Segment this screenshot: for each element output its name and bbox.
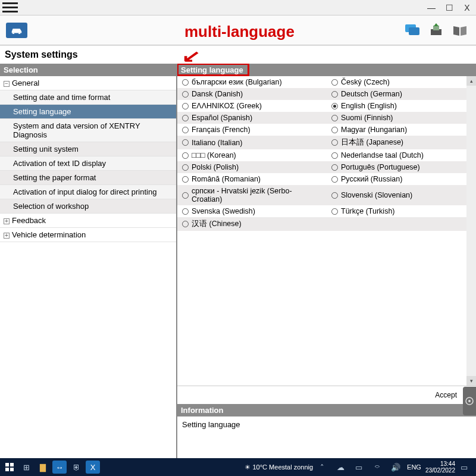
expander-icon[interactable]: +	[4, 233, 10, 239]
language-option[interactable]: Français (French)	[177, 124, 327, 136]
start-button[interactable]	[2, 461, 17, 474]
language-row: Svenska (Swedish)Türkçe (Turkish)	[177, 205, 476, 217]
radio-icon[interactable]	[331, 103, 338, 109]
info-body: Setting language	[177, 416, 476, 458]
tray-chevron-icon[interactable]: ˄	[315, 461, 329, 474]
scroll-up-icon[interactable]: ▴	[466, 76, 476, 86]
close-button[interactable]: X	[458, 3, 476, 12]
language-label: ΕΛΛΗΝΙΚΟΣ (Greek)	[192, 102, 262, 110]
language-option[interactable]: Русский (Russian)	[327, 173, 476, 185]
svg-rect-7	[10, 463, 14, 466]
tree-item-label: Feedback	[12, 216, 46, 225]
tray-volume-icon[interactable]: 🔊	[389, 461, 403, 474]
tree-item[interactable]: Setting date and time format	[0, 90, 176, 105]
toolbar: multi-language	[0, 15, 476, 45]
radio-icon[interactable]	[182, 152, 189, 159]
language-label: Română (Romanian)	[192, 175, 261, 183]
teamviewer-icon[interactable]: ↔	[52, 461, 67, 474]
radio-icon[interactable]	[182, 221, 189, 227]
radio-icon[interactable]	[331, 139, 338, 146]
radio-icon[interactable]	[182, 91, 189, 98]
tree-item[interactable]: Setting unit system	[0, 142, 176, 156]
radio-icon[interactable]	[182, 176, 189, 183]
menu-icon[interactable]	[2, 2, 18, 14]
radio-icon[interactable]	[182, 164, 189, 171]
language-option[interactable]: 日本語 (Japanese)	[327, 136, 476, 149]
chat-icon[interactable]	[402, 21, 422, 39]
weather-widget[interactable]: ☀ 10°C Meestal zonnig	[245, 464, 313, 471]
book-icon[interactable]	[450, 21, 470, 39]
tree-item[interactable]: Activation of input dialog for direct pr…	[0, 185, 176, 199]
support-tab[interactable]	[463, 387, 476, 415]
radio-icon[interactable]	[182, 115, 189, 121]
language-option[interactable]: Italiano (Italian)	[177, 136, 327, 149]
language-option[interactable]: □□□ (Korean)	[177, 149, 327, 161]
notifications-icon[interactable]: ▭	[457, 461, 471, 474]
minimize-button[interactable]: —	[422, 3, 440, 12]
radio-icon[interactable]	[331, 208, 338, 215]
language-option[interactable]: Español (Spanish)	[177, 112, 327, 124]
language-option[interactable]: Magyar (Hungarian)	[327, 124, 476, 136]
radio-icon[interactable]	[331, 192, 338, 199]
vehicle-icon[interactable]	[6, 23, 27, 38]
radio-icon[interactable]	[182, 127, 189, 133]
language-option[interactable]: Svenska (Swedish)	[177, 205, 327, 217]
tree-item[interactable]: Selection of workshop	[0, 199, 176, 214]
tree-item-label: Setting date and time format	[13, 93, 110, 102]
tray-clock[interactable]: 13:4423/02/2022	[425, 461, 455, 474]
tree-item[interactable]: +Vehicle determination	[0, 228, 176, 242]
radio-icon[interactable]	[182, 192, 189, 199]
language-option[interactable]: Deutsch (German)	[327, 88, 476, 100]
language-option[interactable]: Český (Czech)	[327, 76, 476, 88]
tray-language[interactable]: ENG	[407, 464, 421, 471]
tree-item[interactable]: Setting the paper format	[0, 171, 176, 185]
tray-battery-icon[interactable]: ▭	[352, 461, 366, 474]
radio-icon[interactable]	[182, 139, 189, 146]
tree-item[interactable]: +Feedback	[0, 214, 176, 228]
tree-item[interactable]: −General	[0, 76, 176, 90]
radio-icon[interactable]	[331, 127, 338, 133]
explorer-icon[interactable]: ▇	[36, 461, 50, 474]
maximize-button[interactable]: ☐	[440, 3, 458, 12]
language-option[interactable]: Português (Portuguese)	[327, 161, 476, 173]
scroll-down-icon[interactable]: ▾	[466, 376, 476, 386]
language-label: Polski (Polish)	[192, 163, 239, 171]
language-option[interactable]: български език (Bulgarian)	[177, 76, 327, 88]
language-option[interactable]: 汉语 (Chinese)	[177, 217, 327, 231]
radio-icon[interactable]	[331, 164, 338, 171]
language-option[interactable]: српски - Hrvatski jezik (Serbo-Croatian)	[177, 185, 327, 205]
radio-icon[interactable]	[331, 79, 338, 86]
scrollbar[interactable]: ▴ ▾	[466, 76, 476, 386]
language-option[interactable]: Suomi (Finnish)	[327, 112, 476, 124]
tree-item[interactable]: Activation of text ID display	[0, 156, 176, 171]
radio-icon[interactable]	[182, 208, 189, 215]
shield-icon[interactable]: ⛨	[69, 461, 83, 474]
app-x-icon[interactable]: X	[86, 461, 100, 474]
language-option[interactable]: Slovenski (Slovenian)	[327, 185, 476, 205]
radio-icon[interactable]	[182, 103, 189, 109]
language-row: български език (Bulgarian)Český (Czech)	[177, 76, 476, 88]
radio-icon[interactable]	[331, 176, 338, 183]
radio-icon[interactable]	[182, 79, 189, 86]
tray-cloud-icon[interactable]: ☁	[333, 461, 347, 474]
radio-icon[interactable]	[331, 91, 338, 98]
language-option[interactable]: Română (Romanian)	[177, 173, 327, 185]
accept-button[interactable]: Accept	[429, 390, 463, 400]
expander-icon[interactable]: −	[4, 81, 10, 87]
accept-row: Accept	[177, 386, 476, 404]
radio-icon[interactable]	[331, 152, 338, 159]
language-option[interactable]: ΕΛΛΗΝΙΚΟΣ (Greek)	[177, 100, 327, 112]
tray-wifi-icon[interactable]: ⌔	[370, 461, 384, 474]
tree-item[interactable]: Setting language	[0, 105, 176, 119]
language-option[interactable]: Dansk (Danish)	[177, 88, 327, 100]
expander-icon[interactable]: +	[4, 218, 10, 224]
language-option[interactable]: Türkçe (Turkish)	[327, 205, 476, 217]
language-option[interactable]: English (English)	[327, 100, 476, 112]
language-option[interactable]: Nederlandse taal (Dutch)	[327, 149, 476, 161]
taskview-icon[interactable]: ⊞	[19, 461, 33, 474]
language-option[interactable]: Polski (Polish)	[177, 161, 327, 173]
radio-icon[interactable]	[331, 115, 338, 121]
language-label: Türkçe (Turkish)	[341, 207, 395, 215]
print-icon[interactable]	[426, 21, 446, 39]
tree-item[interactable]: System and data version of XENTRY Diagno…	[0, 119, 176, 142]
